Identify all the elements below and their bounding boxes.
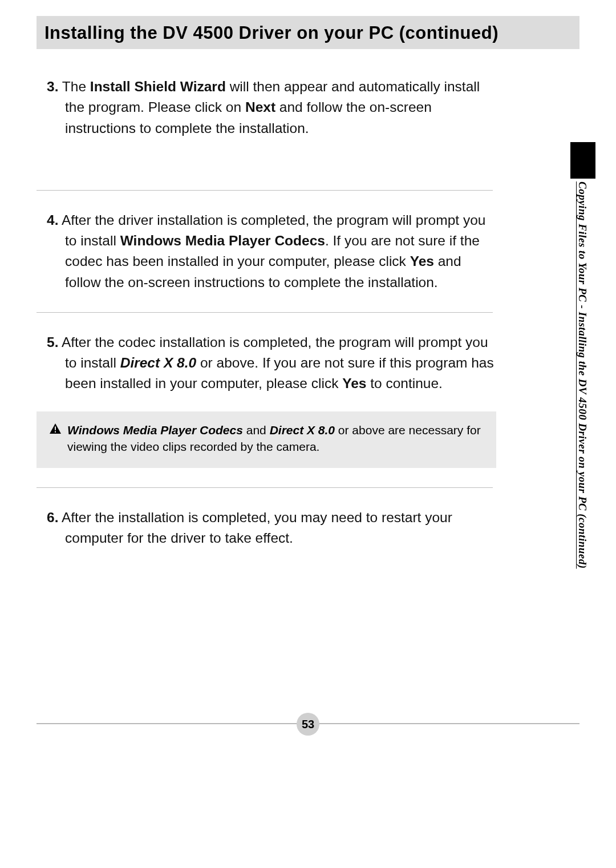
step-4: 4. After the driver installation is comp… bbox=[37, 210, 499, 293]
step-number: 3. bbox=[47, 79, 58, 94]
note-bold-italic: Windows Media Player Codecs bbox=[67, 423, 243, 437]
step-5: 5. After the codec installation is compl… bbox=[37, 332, 499, 394]
step-text: After the installation is completed, you… bbox=[58, 510, 452, 546]
page-number: 53 bbox=[302, 718, 314, 731]
separator bbox=[37, 190, 493, 191]
svg-rect-1 bbox=[55, 431, 56, 432]
step-bold-italic: Direct X 8.0 bbox=[120, 355, 196, 370]
page-number-bubble: 53 bbox=[297, 713, 319, 736]
warning-note: Windows Media Player Codecs and Direct X… bbox=[37, 411, 496, 469]
section-title-bar: Installing the DV 4500 Driver on your PC… bbox=[37, 16, 579, 49]
page-footer: 53 bbox=[37, 713, 579, 736]
manual-page: Installing the DV 4500 Driver on your PC… bbox=[0, 0, 616, 868]
step-bold: Next bbox=[245, 99, 275, 115]
step-6: 6. After the installation is completed, … bbox=[37, 507, 470, 549]
side-section-label: Copying Files to Your PC - Installing th… bbox=[575, 181, 589, 569]
step-number: 4. bbox=[47, 212, 58, 228]
step-text: The bbox=[58, 79, 90, 94]
step-bold: Yes bbox=[410, 253, 434, 269]
separator bbox=[37, 312, 493, 313]
note-text-part: and bbox=[243, 423, 270, 437]
step-list: 3. The Install Shield Wizard will then a… bbox=[37, 76, 499, 549]
step-bold: Install Shield Wizard bbox=[90, 79, 226, 94]
step-3: 3. The Install Shield Wizard will then a… bbox=[37, 76, 499, 139]
step-bold: Windows Media Player Codecs bbox=[120, 233, 325, 248]
step-text: to continue. bbox=[366, 376, 442, 391]
step-number: 6. bbox=[47, 510, 58, 525]
section-title: Installing the DV 4500 Driver on your PC… bbox=[44, 23, 572, 43]
step-number: 5. bbox=[47, 334, 58, 350]
warning-icon bbox=[49, 423, 62, 434]
note-bold-italic: Direct X 8.0 bbox=[270, 423, 335, 437]
svg-rect-0 bbox=[55, 426, 56, 430]
thumb-tab bbox=[570, 142, 595, 179]
step-bold: Yes bbox=[342, 376, 366, 391]
warning-text: Windows Media Player Codecs and Direct X… bbox=[67, 422, 484, 456]
separator bbox=[37, 487, 493, 488]
